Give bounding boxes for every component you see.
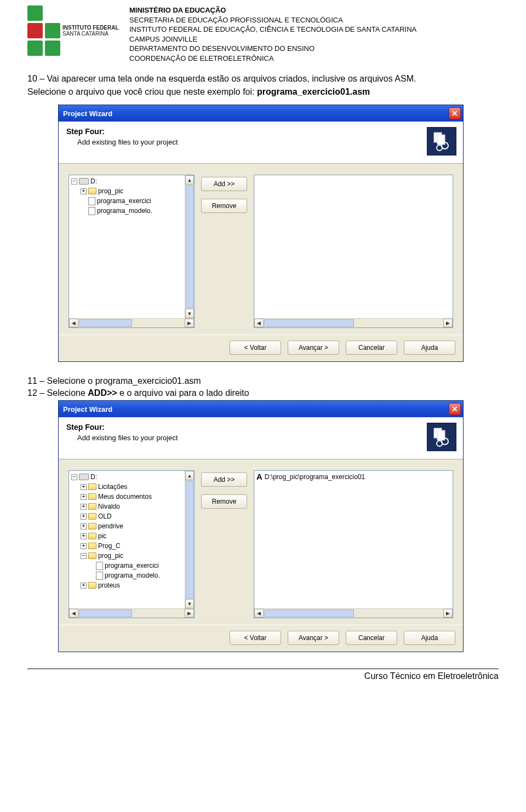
folder-icon <box>88 543 96 549</box>
titlebar[interactable]: Project Wizard ✕ <box>59 401 463 417</box>
step11-lead: 11 – Selecione o <box>27 376 95 385</box>
folder-label: OLD <box>98 511 112 521</box>
scroll-right-icon[interactable]: ▶ <box>443 319 453 327</box>
cancel-button[interactable]: Cancelar <box>346 341 397 355</box>
scroll-thumb[interactable] <box>264 609 354 617</box>
scroll-thumb[interactable] <box>79 319 132 327</box>
paragraph-10: 10 – Vai aparecer uma tela onde na esque… <box>27 74 499 84</box>
footer-rule <box>27 669 499 669</box>
institution-logo: INSTITUTO FEDERAL SANTA CATARINA <box>27 5 121 56</box>
tree-folder-row[interactable]: +Prog_C <box>71 541 194 551</box>
scroll-thumb[interactable] <box>79 609 132 617</box>
add-button[interactable]: Add >> <box>201 473 247 487</box>
wizard-header-icon <box>427 127 456 156</box>
scroll-right-icon[interactable]: ▶ <box>185 319 194 327</box>
tree-drive-row[interactable]: −D: <box>71 176 194 186</box>
source-file-tree[interactable]: −D: +prog_pic programa_exercici programa… <box>68 175 195 328</box>
tree-file-row[interactable]: programa_modelo. <box>71 571 194 580</box>
paragraph-10b: Selecione o arquivo que você criou que n… <box>27 87 499 97</box>
tree-folder-row[interactable]: +pic <box>71 531 194 541</box>
svg-point-3 <box>437 145 442 151</box>
remove-button[interactable]: Remove <box>201 199 247 213</box>
help-button[interactable]: Ajuda <box>404 341 455 355</box>
selected-files-pane[interactable]: ◀ ▶ <box>254 175 453 328</box>
scroll-left-icon[interactable]: ◀ <box>254 609 264 618</box>
back-button[interactable]: < Voltar <box>230 631 281 645</box>
tree-folder-row[interactable]: +Meus documentos <box>71 492 194 502</box>
horizontal-scrollbar[interactable]: ◀ ▶ <box>254 318 453 327</box>
close-icon[interactable]: ✕ <box>449 403 461 415</box>
scroll-down-icon[interactable]: ▼ <box>185 309 194 318</box>
folder-icon <box>88 582 96 589</box>
tree-folder-row[interactable]: +Nivaldo <box>71 502 194 511</box>
wizard-button-row: < Voltar Avançar > Cancelar Ajuda <box>59 335 463 361</box>
window-title: Project Wizard <box>63 110 112 118</box>
tree-folder-row[interactable]: −prog_pic <box>71 551 194 561</box>
paragraph-10b-text: Selecione o arquivo que você criou que n… <box>27 87 257 96</box>
scroll-thumb[interactable] <box>186 185 193 308</box>
horizontal-scrollbar[interactable]: ◀ ▶ <box>254 608 453 618</box>
scroll-up-icon[interactable]: ▲ <box>185 175 194 185</box>
drive-label: D: <box>90 176 97 186</box>
folder-icon <box>88 533 96 539</box>
tree-folder-row[interactable]: +pendrive <box>71 521 194 531</box>
next-button[interactable]: Avançar > <box>288 341 339 355</box>
selected-file-row[interactable]: A D:\prog_pic\programa_exercicio01 <box>254 471 453 482</box>
scroll-left-icon[interactable]: ◀ <box>254 319 264 327</box>
folder-icon <box>88 513 96 520</box>
paragraph-11: 11 – Selecione o programa_exercicio01.as… <box>27 376 499 386</box>
horizontal-scrollbar[interactable]: ◀ ▶ <box>69 608 194 618</box>
tree-folder-row[interactable]: +Licitações <box>71 482 194 492</box>
tree-folder-row[interactable]: +OLD <box>71 511 194 521</box>
tree-drive-row[interactable]: −D: <box>71 472 194 482</box>
file-type-icon: A <box>256 472 262 481</box>
tree-folder-row[interactable]: +prog_pic <box>71 186 194 196</box>
step12-rest: e o arquivo vai para o lado direito <box>117 388 249 398</box>
scroll-thumb[interactable] <box>186 481 193 598</box>
selected-file-path: D:\prog_pic\programa_exercicio01 <box>265 473 365 481</box>
scroll-right-icon[interactable]: ▶ <box>185 609 194 618</box>
vertical-scrollbar[interactable]: ▲ ▼ <box>185 471 194 608</box>
file-icon <box>88 207 95 215</box>
close-icon[interactable]: ✕ <box>449 107 461 119</box>
step-title: Step Four: <box>66 423 178 431</box>
cancel-button[interactable]: Cancelar <box>346 631 397 645</box>
add-button[interactable]: Add >> <box>201 177 247 191</box>
tree-file-row[interactable]: programa_exercici <box>71 561 194 571</box>
file-label: programa_exercici <box>105 561 159 571</box>
help-button[interactable]: Ajuda <box>404 631 455 645</box>
paragraph-10b-filename: programa_exercicio01.asm <box>257 87 370 96</box>
horizontal-scrollbar[interactable]: ◀ ▶ <box>69 318 194 327</box>
header-line-2: SECRETARIA DE EDUCAÇÃO PROFISSIONAL E TE… <box>129 15 416 25</box>
titlebar[interactable]: Project Wizard ✕ <box>59 105 463 122</box>
tree-folder-row[interactable]: +proteus <box>71 580 194 590</box>
scroll-right-icon[interactable]: ▶ <box>443 609 453 618</box>
source-file-tree[interactable]: −D: +Licitações +Meus documentos +Nivald… <box>68 470 195 618</box>
selected-files-pane[interactable]: A D:\prog_pic\programa_exercicio01 ◀ ▶ <box>254 470 453 618</box>
tree-file-row[interactable]: programa_exercici <box>71 196 194 206</box>
scroll-thumb[interactable] <box>264 319 354 327</box>
scroll-left-icon[interactable]: ◀ <box>69 609 78 618</box>
remove-button[interactable]: Remove <box>201 494 247 509</box>
file-label: programa_modelo. <box>97 206 152 216</box>
window-title: Project Wizard <box>63 405 112 413</box>
back-button[interactable]: < Voltar <box>230 341 281 355</box>
next-button[interactable]: Avançar > <box>288 631 339 645</box>
logo-line2: SANTA CATARINA <box>62 31 119 37</box>
wizard-button-row: < Voltar Avançar > Cancelar Ajuda <box>59 625 463 652</box>
step11-filename: programa_exercicio01.asm <box>95 376 201 385</box>
folder-label: pic <box>98 531 106 541</box>
folder-icon <box>88 188 96 194</box>
scroll-left-icon[interactable]: ◀ <box>69 319 78 327</box>
folder-icon <box>88 523 96 529</box>
document-header: INSTITUTO FEDERAL SANTA CATARINA MINISTÉ… <box>27 5 499 63</box>
scroll-up-icon[interactable]: ▲ <box>185 471 194 480</box>
scroll-down-icon[interactable]: ▼ <box>185 599 194 608</box>
folder-label: Meus documentos <box>98 492 152 502</box>
header-lines: MINISTÉRIO DA EDUCAÇÃO SECRETARIA DE EDU… <box>129 5 416 63</box>
file-icon <box>96 562 103 570</box>
tree-file-row[interactable]: programa_modelo. <box>71 206 194 216</box>
vertical-scrollbar[interactable]: ▲ ▼ <box>185 175 194 318</box>
folder-icon <box>88 503 96 510</box>
folder-label: prog_pic <box>98 186 123 196</box>
